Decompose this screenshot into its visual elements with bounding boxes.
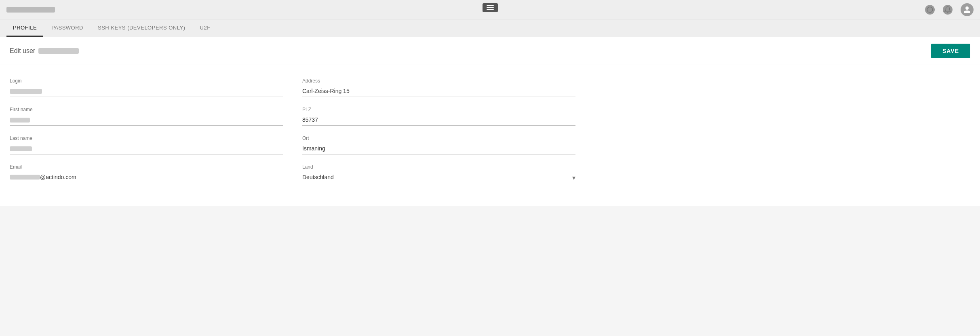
address-label: Address bbox=[302, 78, 575, 84]
ort-input[interactable] bbox=[302, 143, 575, 154]
form-grid: Login First name Last name bbox=[10, 78, 575, 193]
first-name-label: First name bbox=[10, 107, 283, 112]
first-name-input-wrapper[interactable] bbox=[10, 114, 283, 126]
hamburger-icon bbox=[487, 5, 494, 10]
page-title-text: Edit user bbox=[10, 47, 35, 55]
land-select[interactable]: Deutschland Österreich Schweiz bbox=[302, 171, 575, 183]
main-content: Login First name Last name bbox=[0, 65, 980, 206]
ort-field: Ort bbox=[302, 135, 575, 154]
app-logo bbox=[6, 7, 55, 13]
login-label: Login bbox=[10, 78, 283, 84]
first-name-field: First name bbox=[10, 107, 283, 126]
land-select-wrapper[interactable]: Deutschland Österreich Schweiz ▾ bbox=[302, 171, 575, 183]
email-prefix-blurred bbox=[10, 175, 40, 180]
user-avatar[interactable] bbox=[961, 3, 974, 16]
ort-label: Ort bbox=[302, 135, 575, 141]
address-field: Address bbox=[302, 78, 575, 97]
top-bar-right bbox=[925, 3, 974, 16]
last-name-label: Last name bbox=[10, 135, 283, 141]
land-label: Land bbox=[302, 164, 575, 170]
top-bar-left bbox=[6, 7, 55, 13]
page-header: Edit user SAVE bbox=[0, 37, 980, 65]
login-input-wrapper[interactable] bbox=[10, 85, 283, 97]
username-placeholder bbox=[38, 48, 79, 54]
last-name-field: Last name bbox=[10, 135, 283, 154]
address-input[interactable] bbox=[302, 85, 575, 97]
first-name-value-blurred bbox=[10, 118, 30, 123]
svg-point-0 bbox=[927, 7, 933, 13]
hamburger-button[interactable] bbox=[483, 3, 498, 12]
land-field: Land Deutschland Österreich Schweiz ▾ bbox=[302, 164, 575, 183]
form-left-column: Login First name Last name bbox=[10, 78, 283, 193]
tabs-bar: PROFILE PASSWORD SSH KEYS (DEVELOPERS ON… bbox=[0, 19, 980, 37]
circle-status-icon[interactable] bbox=[925, 5, 935, 15]
plz-input[interactable] bbox=[302, 114, 575, 126]
tab-profile[interactable]: PROFILE bbox=[6, 20, 43, 37]
form-right-column: Address PLZ Ort Land Deutschland Österr bbox=[302, 78, 575, 193]
email-input-wrapper[interactable]: @actindo.com bbox=[10, 171, 283, 183]
login-value-blurred bbox=[10, 89, 42, 94]
plz-label: PLZ bbox=[302, 107, 575, 112]
email-field: Email @actindo.com bbox=[10, 164, 283, 183]
tab-password[interactable]: PASSWORD bbox=[45, 20, 90, 37]
top-bar bbox=[0, 0, 980, 19]
bell-icon[interactable] bbox=[943, 5, 953, 15]
page-title: Edit user bbox=[10, 47, 79, 55]
email-suffix: @actindo.com bbox=[40, 174, 76, 180]
login-field: Login bbox=[10, 78, 283, 97]
last-name-value-blurred bbox=[10, 146, 32, 151]
last-name-input-wrapper[interactable] bbox=[10, 143, 283, 154]
plz-field: PLZ bbox=[302, 107, 575, 126]
tab-u2f[interactable]: U2F bbox=[194, 20, 217, 37]
save-button[interactable]: SAVE bbox=[931, 44, 970, 58]
tab-ssh-keys[interactable]: SSH KEYS (DEVELOPERS ONLY) bbox=[91, 20, 192, 37]
email-label: Email bbox=[10, 164, 283, 170]
